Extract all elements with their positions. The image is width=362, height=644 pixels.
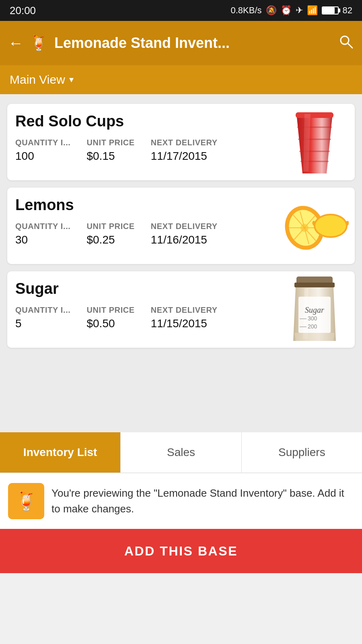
tab-suppliers-label: Suppliers [278, 446, 325, 459]
preview-text: You're previewing the "Lemonade Stand In… [51, 485, 354, 517]
status-time: 20:00 [10, 4, 36, 17]
svg-point-15 [315, 215, 346, 236]
content-area: Red Solo Cups QUANTITY I... 100 UNIT PRI… [0, 94, 362, 432]
card-meta: QUANTITY I... 100 UNIT PRICE $0.15 NEXT … [15, 138, 266, 163]
card-meta: QUANTITY I... 30 UNIT PRICE $0.25 NEXT D… [15, 222, 266, 246]
tab-suppliers[interactable]: Suppliers [242, 432, 362, 473]
unit-price-label: UNIT PRICE [86, 222, 134, 231]
item-name: Sugar [15, 280, 266, 297]
list-item[interactable]: Sugar QUANTITY I... 5 UNIT PRICE $0.50 N… [7, 271, 355, 348]
quantity-value: 30 [15, 233, 70, 246]
chevron-down-icon: ▾ [69, 74, 74, 85]
main-view-dropdown[interactable]: Main View ▾ [10, 73, 74, 87]
next-delivery-item: NEXT DELIVERY 11/15/2015 [151, 305, 218, 330]
svg-text:Sugar: Sugar [305, 305, 324, 315]
status-icons: 0.8KB/s 🔕 ⏰ ✈ 📶 82 [230, 5, 352, 16]
unit-price-value: $0.25 [86, 233, 134, 246]
unit-price-value: $0.50 [86, 317, 134, 330]
item-name: Red Solo Cups [15, 113, 266, 130]
tab-sales-label: Sales [167, 446, 195, 459]
item-image-red-solo-cups [274, 104, 355, 180]
lemonade-icon: 🍹 [15, 491, 37, 512]
unit-price-item: UNIT PRICE $0.15 [86, 138, 134, 163]
svg-rect-2 [296, 112, 333, 118]
svg-point-13 [300, 224, 309, 232]
quantity-label: QUANTITY I... [15, 138, 70, 147]
card-info-red-solo-cups: Red Solo Cups QUANTITY I... 100 UNIT PRI… [7, 104, 274, 180]
back-button[interactable]: ← [8, 35, 23, 52]
wifi-icon: 📶 [307, 5, 318, 16]
svg-text:300: 300 [308, 315, 317, 322]
navigation-icon: ✈ [296, 5, 303, 16]
preview-banner: 🍹 You're previewing the "Lemonade Stand … [0, 473, 362, 529]
header-title: Lemonade Stand Invent... [54, 35, 331, 52]
svg-text:200: 200 [308, 323, 317, 330]
sub-header: Main View ▾ [0, 65, 362, 94]
quantity-item: QUANTITY I... 5 [15, 305, 70, 330]
next-delivery-value: 11/17/2015 [151, 150, 218, 163]
search-button[interactable] [338, 33, 354, 53]
unit-price-item: UNIT PRICE $0.25 [86, 222, 134, 246]
quantity-label: QUANTITY I... [15, 222, 70, 231]
unit-price-label: UNIT PRICE [86, 138, 134, 147]
unit-price-label: UNIT PRICE [86, 305, 134, 315]
alarm-icon: ⏰ [281, 5, 292, 16]
app-icon: 🍹 [30, 35, 48, 52]
quantity-item: QUANTITY I... 30 [15, 222, 70, 246]
svg-rect-17 [294, 283, 335, 287]
quantity-value: 100 [15, 150, 70, 163]
unit-price-item: UNIT PRICE $0.50 [86, 305, 134, 330]
next-delivery-label: NEXT DELIVERY [151, 138, 218, 147]
next-delivery-item: NEXT DELIVERY 11/17/2015 [151, 138, 218, 163]
network-speed: 0.8KB/s [230, 5, 261, 16]
next-delivery-value: 11/15/2015 [151, 317, 218, 330]
preview-icon-box: 🍹 [8, 483, 44, 519]
status-bar: 20:00 0.8KB/s 🔕 ⏰ ✈ 📶 82 [0, 0, 362, 21]
tab-sales[interactable]: Sales [121, 432, 241, 473]
list-item[interactable]: Lemons QUANTITY I... 30 UNIT PRICE $0.25… [7, 188, 355, 264]
card-meta: QUANTITY I... 5 UNIT PRICE $0.50 NEXT DE… [15, 305, 266, 330]
item-image-lemons [274, 188, 355, 264]
quantity-item: QUANTITY I... 100 [15, 138, 70, 163]
item-image-sugar: Sugar 300 200 [274, 271, 355, 348]
battery-icon [322, 6, 339, 14]
tab-bar: Inventory List Sales Suppliers [0, 432, 362, 473]
next-delivery-label: NEXT DELIVERY [151, 222, 218, 231]
main-view-label: Main View [10, 73, 65, 87]
tab-inventory-list-label: Inventory List [23, 446, 97, 459]
item-name: Lemons [15, 196, 266, 214]
card-info-sugar: Sugar QUANTITY I... 5 UNIT PRICE $0.50 N… [7, 271, 274, 348]
app-header: ← 🍹 Lemonade Stand Invent... [0, 21, 362, 65]
mute-icon: 🔕 [266, 5, 277, 16]
quantity-label: QUANTITY I... [15, 305, 70, 315]
next-delivery-label: NEXT DELIVERY [151, 305, 218, 315]
battery-percent: 82 [343, 5, 352, 16]
svg-line-1 [348, 43, 352, 48]
quantity-value: 5 [15, 317, 70, 330]
list-item[interactable]: Red Solo Cups QUANTITY I... 100 UNIT PRI… [7, 104, 355, 180]
card-info-lemons: Lemons QUANTITY I... 30 UNIT PRICE $0.25… [7, 188, 274, 264]
next-delivery-item: NEXT DELIVERY 11/16/2015 [151, 222, 218, 246]
add-base-button[interactable]: ADD THIS BASE [0, 529, 362, 573]
unit-price-value: $0.15 [86, 150, 134, 163]
tab-inventory-list[interactable]: Inventory List [0, 432, 121, 473]
next-delivery-value: 11/16/2015 [151, 233, 218, 246]
add-base-label: ADD THIS BASE [124, 544, 238, 559]
